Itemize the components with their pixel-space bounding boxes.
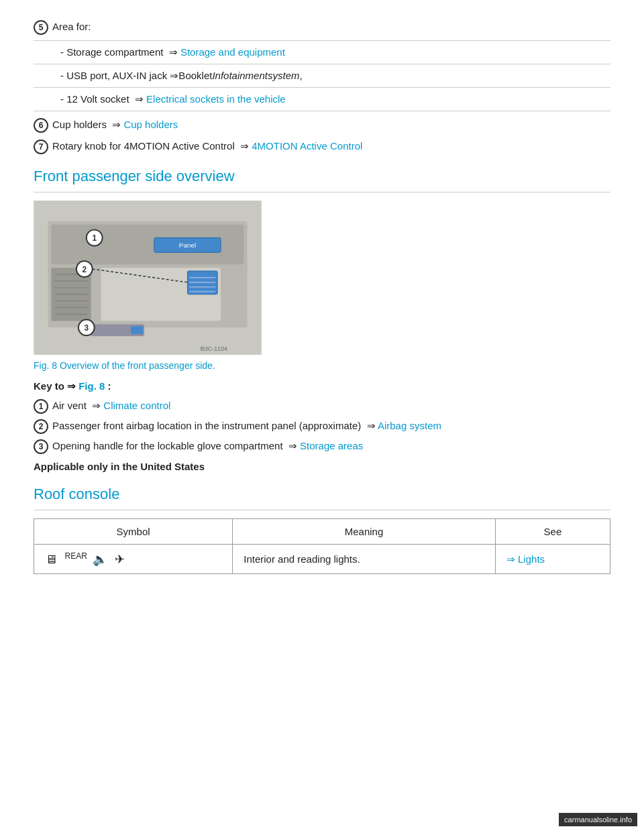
sub-item-usb: - USB port, AUX-IN jack ⇒BookletInfotain…: [60, 70, 610, 82]
key-to-text: Key to: [34, 380, 67, 392]
svg-text:2: 2: [83, 265, 87, 274]
fig8-link[interactable]: Fig. 8: [76, 380, 105, 392]
area-for-label: Area for:: [52, 21, 91, 32]
arrow-1: ⇒: [169, 46, 178, 58]
item7-row: 7 Rotary knob for 4MOTION Active Control…: [34, 140, 610, 154]
meaning-cell: Interior and reading lights.: [233, 545, 496, 574]
circle-6: 6: [34, 118, 48, 133]
divider-1: [34, 40, 610, 41]
sub-item-storage: - Storage compartment ⇒ Storage and equi…: [60, 46, 610, 58]
item6-row: 6 Cup holders ⇒ Cup holders: [34, 118, 610, 133]
divider-2: [34, 64, 610, 64]
cup-holders-link[interactable]: Cup holders: [123, 119, 178, 130]
symbol-cell: 🖥 REAR 🔈 ✈: [34, 545, 233, 574]
item6-text: Cup holders ⇒ Cup holders: [52, 119, 178, 131]
circle-5: 5: [34, 20, 48, 35]
circle-k1: 1: [34, 399, 48, 414]
svg-text:3: 3: [84, 323, 89, 333]
see-cell: ⇒ Lights: [495, 545, 610, 574]
circle-k2: 2: [34, 419, 48, 434]
key-item-2: 2 Passenger front airbag location in the…: [34, 419, 610, 434]
storage-areas-link[interactable]: Storage areas: [300, 440, 363, 451]
key-item-3: 3 Opening handle for the lockable glove …: [34, 439, 610, 454]
roof-console-table: Symbol Meaning See 🖥 REAR 🔈 ✈ Interior a…: [34, 518, 610, 574]
divider-4: [34, 111, 610, 111]
climate-control-link[interactable]: Climate control: [103, 400, 170, 411]
meaning-text: Interior and reading lights.: [244, 553, 360, 565]
item7-text: Rotary knob for 4MOTION Active Control ⇒…: [52, 140, 362, 152]
sub-item-storage-text: - Storage compartment ⇒ Storage and equi…: [60, 46, 285, 58]
svg-rect-20: [131, 326, 143, 334]
sub-item-12v: - 12 Volt socket ⇒ Electrical sockets in…: [60, 93, 610, 105]
section1-title: Front passenger side overview: [34, 168, 610, 185]
col-header-symbol: Symbol: [34, 519, 233, 545]
car-image: Panel 1 2 3 B3C-1104: [34, 201, 262, 355]
sub-item-usb-text: - USB port, AUX-IN jack ⇒BookletInfotain…: [60, 70, 303, 82]
table-row: 🖥 REAR 🔈 ✈ Interior and reading lights. …: [34, 545, 610, 574]
booklet-italic: Infotainmentsystem: [212, 70, 299, 81]
divider-3: [34, 87, 610, 88]
key-item-1-text: Air vent ⇒ Climate control: [52, 400, 170, 412]
footer-watermark: carmanualsoline.info: [559, 813, 637, 826]
item5-row: 5 Area for:: [34, 20, 610, 35]
section2-divider: [34, 510, 610, 510]
circle-7: 7: [34, 140, 48, 154]
svg-text:Panel: Panel: [179, 241, 196, 249]
svg-text:1: 1: [92, 233, 97, 243]
section1-divider: [34, 192, 610, 192]
4motion-link[interactable]: 4MOTION Active Control: [252, 140, 362, 152]
key-colon: :: [105, 380, 111, 392]
airbag-system-link[interactable]: Airbag system: [378, 420, 441, 431]
key-to-label: Key to ⇒ Fig. 8 :: [34, 380, 610, 392]
key-arrow: ⇒: [67, 380, 76, 392]
col-header-see: See: [495, 519, 610, 545]
fig-caption: Fig. 8 Overview of the front passenger s…: [34, 360, 610, 371]
storage-equipment-link[interactable]: Storage and equipment: [180, 46, 285, 58]
electrical-sockets-link[interactable]: Electrical sockets in the vehicle: [146, 93, 286, 105]
key-item-3-text: Opening handle for the lockable glove co…: [52, 440, 363, 452]
key-item-2-text: Passenger front airbag location in the i…: [52, 420, 441, 432]
key-item-1: 1 Air vent ⇒ Climate control: [34, 399, 610, 414]
section2-title: Roof console: [34, 486, 610, 503]
table-header-row: Symbol Meaning See: [34, 519, 610, 545]
col-header-meaning: Meaning: [233, 519, 496, 545]
lights-link[interactable]: ⇒ Lights: [506, 553, 545, 565]
svg-text:B3C-1104: B3C-1104: [201, 345, 227, 352]
page-container: 5 Area for: - Storage compartment ⇒ Stor…: [0, 0, 644, 833]
symbol-icons: 🖥 REAR 🔈 ✈: [45, 553, 127, 566]
circle-k3: 3: [34, 439, 48, 454]
sub-item-12v-text: - 12 Volt socket ⇒ Electrical sockets in…: [60, 93, 286, 105]
car-image-svg: Panel 1 2 3 B3C-1104: [34, 201, 261, 354]
applicable-text: Applicable only in the United States: [34, 461, 610, 472]
